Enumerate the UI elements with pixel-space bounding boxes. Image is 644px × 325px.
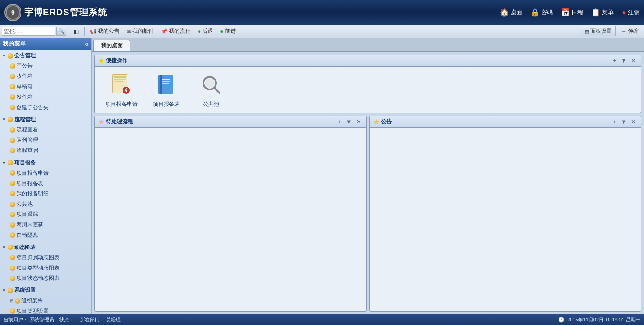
svg-rect-5 xyxy=(114,81,123,82)
panel-settings-icon: ▦ xyxy=(584,28,589,34)
flow-view-icon xyxy=(10,127,15,133)
clock-icon: 🕐 xyxy=(558,317,564,323)
project-track-label: 项目跟踪 xyxy=(17,210,38,219)
nav-schedule[interactable]: 📅 日程 xyxy=(561,8,583,17)
tree-group-notice-header[interactable]: ▼ 公告管理 xyxy=(0,51,91,61)
forward-button[interactable]: ● 前进 xyxy=(216,26,239,36)
panel-settings-button[interactable]: ▦ 面板设置 xyxy=(580,26,616,36)
n-close-button[interactable]: ✕ xyxy=(630,118,637,126)
magnifier-icon xyxy=(200,73,222,96)
draft-label: 草稿箱 xyxy=(17,82,33,91)
svg-rect-14 xyxy=(162,83,169,84)
sidebar-item-chart-status[interactable]: 项目状态动态图表 xyxy=(6,273,91,283)
write-notice-icon xyxy=(10,63,15,69)
notice-icon: 📢 xyxy=(90,28,97,34)
logo: 9 宇博ERDS管理系统 xyxy=(4,4,107,21)
sidebar-item-flow-view[interactable]: 流程查看 xyxy=(6,125,91,135)
back-button[interactable]: ● 后退 xyxy=(194,26,216,36)
svg-rect-13 xyxy=(162,81,170,82)
sidebar-item-flow-restart[interactable]: 流程重启 xyxy=(6,145,91,156)
qa-public-pool-label: 公共池 xyxy=(203,101,219,108)
n-down-button[interactable]: ▼ xyxy=(619,118,628,126)
current-user-label: 当前用户： xyxy=(4,317,28,322)
tree-group-system-settings-header[interactable]: ▼ 系统设置 xyxy=(0,285,91,295)
sidebar-item-chart-affiliation[interactable]: 项目归属动态图表 xyxy=(6,253,91,263)
tab-desktop-label: 我的桌面 xyxy=(101,42,123,49)
pf-close-button[interactable]: ✕ xyxy=(355,118,363,126)
qa-close-button[interactable]: ✕ xyxy=(630,57,637,64)
notices-label: 公告 xyxy=(381,118,392,126)
nav-menu-label: 菜单 xyxy=(602,8,614,17)
pf-down-button[interactable]: ▼ xyxy=(345,118,353,126)
sidebar-item-public-pool[interactable]: 公共池 xyxy=(6,199,91,209)
status-label: 状态： xyxy=(59,317,74,322)
search-button[interactable]: 🔍 xyxy=(56,27,66,36)
nav-menu[interactable]: 📋 菜单 xyxy=(591,8,614,17)
auto-isolate-icon xyxy=(10,232,15,238)
sidebar-item-queue-mgmt[interactable]: 队列管理 xyxy=(6,135,91,145)
sidebar-title: 我的菜单 xyxy=(3,40,26,48)
flow-children: 流程查看 队列管理 流程重启 xyxy=(0,125,91,156)
queue-label: 队列管理 xyxy=(17,136,38,144)
book-icon xyxy=(155,73,178,96)
write-notice-label: 写公告 xyxy=(17,62,33,70)
sidebar-item-project-type-settings[interactable]: 项目类型设置 xyxy=(6,306,91,314)
notice-children: 写公告 收件箱 草稿箱 发件箱 创建子公告夹 xyxy=(0,61,91,113)
pending-flows-label: 待处理流程 xyxy=(106,118,133,126)
chart-status-label: 项目状态动态图表 xyxy=(17,274,59,283)
tree-group-project-header[interactable]: ▼ 项目报备 xyxy=(0,158,91,168)
sidebar-item-project-track[interactable]: 项目跟踪 xyxy=(6,209,91,219)
pending-flows-controls: + ▼ ✕ xyxy=(337,118,362,126)
n-add-button[interactable]: + xyxy=(612,118,618,126)
sidebar-item-sent[interactable]: 发件箱 xyxy=(6,92,91,102)
biweekly-icon xyxy=(10,222,15,228)
proj-type-settings-label: 项目类型设置 xyxy=(17,307,49,314)
my-notice-button[interactable]: 📢 我的公告 xyxy=(86,26,123,36)
sidebar-item-chart-type[interactable]: 项目类型动态图表 xyxy=(6,263,91,273)
my-flow-button[interactable]: 📌 我的流程 xyxy=(157,26,194,36)
qa-public-pool-icon-wrap xyxy=(198,71,225,98)
sidebar-item-project-apply[interactable]: 项目报备申请 xyxy=(6,168,91,178)
qa-project-apply-label: 项目报备申请 xyxy=(106,101,138,108)
nav-desktop[interactable]: 🏠 桌面 xyxy=(500,8,522,17)
quick-actions-controls: + ▼ ✕ xyxy=(612,57,637,64)
sidebar-item-create-notice-folder[interactable]: 创建子公告夹 xyxy=(6,102,91,113)
tree-group-dynamic-chart: ▼ 动态图表 项目归属动态图表 项目类型动态图表 项目状态动态图表 xyxy=(0,241,91,285)
expand-flow-icon: ▼ xyxy=(2,117,6,122)
search-input[interactable] xyxy=(2,27,55,36)
settings-group-icon xyxy=(8,288,13,293)
sidebar-item-write-notice[interactable]: 写公告 xyxy=(6,61,91,71)
svg-rect-4 xyxy=(114,79,126,80)
sidebar-item-inbox[interactable]: 收件箱 xyxy=(6,71,91,81)
tree-group-dynamic-chart-header[interactable]: ▼ 动态图表 xyxy=(0,242,91,253)
qa-project-apply-icon-wrap xyxy=(108,71,135,98)
my-notice-label: 我的公告 xyxy=(98,27,119,35)
sidebar-item-org-structure[interactable]: ⊞ 组织架构 xyxy=(6,295,91,306)
my-mail-label: 我的邮件 xyxy=(132,27,154,35)
nav-logout[interactable]: ● 注销 xyxy=(622,8,640,17)
pf-add-button[interactable]: + xyxy=(337,118,343,126)
nav-toggle-button[interactable]: ◧ xyxy=(70,27,82,35)
sidebar-item-auto-isolate[interactable]: 自动隔离 xyxy=(6,230,91,241)
tab-desktop[interactable]: 我的桌面 xyxy=(93,40,130,51)
sidebar-item-project-table[interactable]: 项目报备表 xyxy=(6,178,91,189)
sidebar-item-biweekly-update[interactable]: 两周末更新 xyxy=(6,219,91,230)
qa-add-button[interactable]: + xyxy=(612,57,618,64)
nav-password[interactable]: 🔒 密码 xyxy=(530,8,553,17)
public-pool-label: 公共池 xyxy=(17,200,33,208)
dept-label: 所在部门： xyxy=(80,317,105,322)
logo-icon: 9 xyxy=(4,4,21,21)
sidebar-item-my-reserve-detail[interactable]: 我的报备明细 xyxy=(6,189,91,199)
tree-group-flow-header[interactable]: ▼ 流程管理 xyxy=(0,114,91,125)
sidebar-collapse-button[interactable]: « xyxy=(85,40,89,47)
notices-title: ★ 公告 xyxy=(373,118,392,126)
my-mail-button[interactable]: ✉ 我的邮件 xyxy=(123,26,157,36)
qa-down-button[interactable]: ▼ xyxy=(619,57,628,64)
sidebar-item-draft[interactable]: 草稿箱 xyxy=(6,81,91,92)
flow-icon: 📌 xyxy=(161,28,168,34)
org-label: 组织架构 xyxy=(21,296,43,305)
expand-button[interactable]: ↔ 伸缩 xyxy=(618,26,642,36)
qa-item-project-apply[interactable]: 项目报备申请 xyxy=(104,71,140,108)
qa-item-public-pool[interactable]: 公共池 xyxy=(193,71,229,108)
qa-item-project-table[interactable]: 项目报备表 xyxy=(148,71,184,108)
